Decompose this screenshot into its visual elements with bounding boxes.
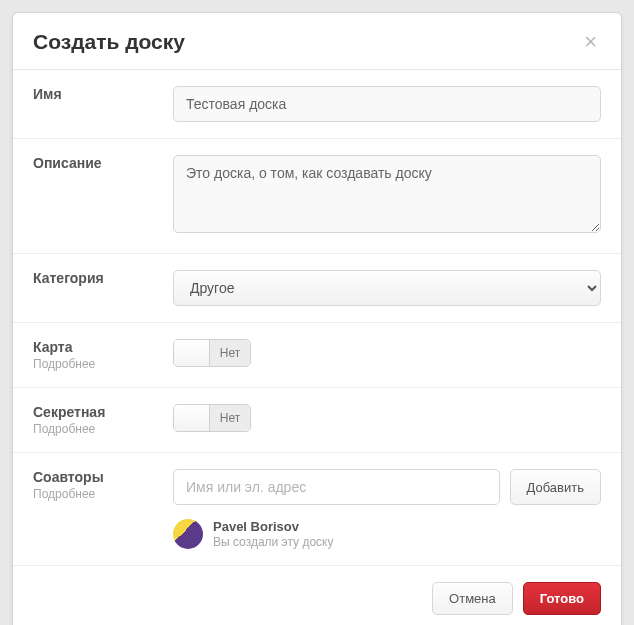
secret-sublabel[interactable]: Подробнее: [33, 422, 173, 436]
modal-title: Создать доску: [33, 30, 185, 54]
submit-button[interactable]: Готово: [523, 582, 601, 615]
toggle-knob: [174, 405, 210, 431]
map-toggle[interactable]: Нет: [173, 339, 251, 367]
description-label: Описание: [33, 155, 173, 171]
modal-footer: Отмена Готово: [13, 566, 621, 625]
collaborator-name: Pavel Borisov: [213, 519, 333, 534]
secret-toggle-text: Нет: [210, 405, 250, 431]
row-category: Категория Другое: [13, 254, 621, 323]
avatar: [173, 519, 203, 549]
collaborators-label: Соавторы: [33, 469, 173, 485]
row-map: Карта Подробнее Нет: [13, 323, 621, 388]
row-description: Описание Это доска, о том, как создавать…: [13, 139, 621, 254]
collaborator-note: Вы создали эту доску: [213, 535, 333, 549]
description-input[interactable]: Это доска, о том, как создавать доску: [173, 155, 601, 233]
row-secret: Секретная Подробнее Нет: [13, 388, 621, 453]
name-input[interactable]: [173, 86, 601, 122]
category-label: Категория: [33, 270, 173, 286]
row-collaborators: Соавторы Подробнее Добавить Pavel Boriso…: [13, 453, 621, 566]
modal-header: Создать доску ×: [13, 13, 621, 70]
secret-label: Секретная: [33, 404, 173, 420]
category-select[interactable]: Другое: [173, 270, 601, 306]
collaborators-sublabel[interactable]: Подробнее: [33, 487, 173, 501]
toggle-knob: [174, 340, 210, 366]
map-label: Карта: [33, 339, 173, 355]
map-sublabel[interactable]: Подробнее: [33, 357, 173, 371]
create-board-modal: Создать доску × Имя Описание Это доска, …: [12, 12, 622, 625]
add-collaborator-button[interactable]: Добавить: [510, 469, 601, 505]
collaborator-input[interactable]: [173, 469, 500, 505]
name-label: Имя: [33, 86, 173, 102]
close-icon[interactable]: ×: [580, 29, 601, 55]
map-toggle-text: Нет: [210, 340, 250, 366]
row-name: Имя: [13, 70, 621, 139]
secret-toggle[interactable]: Нет: [173, 404, 251, 432]
cancel-button[interactable]: Отмена: [432, 582, 513, 615]
collaborator-item: Pavel Borisov Вы создали эту доску: [173, 519, 601, 549]
